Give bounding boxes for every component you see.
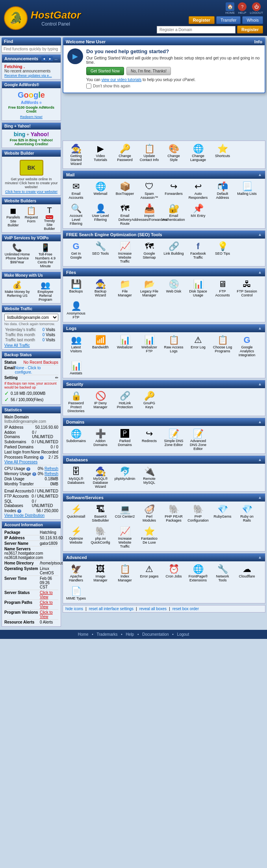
sidebar-item-request-form[interactable]: 📋 Request Form [23,206,40,231]
domain-register-button[interactable]: Register [237,26,263,33]
icon-ruby-rails[interactable]: 💎Ruby on Rails [235,503,258,524]
icon-hotlink[interactable]: 🔗HotLink Protection [113,390,136,414]
server-status-link[interactable]: Click to View [40,590,58,599]
logout-icon-area[interactable]: ⏻ LOGOUT [250,2,263,15]
icon-import-addresses[interactable]: 📥Import Addresses/Forwarders [138,202,161,227]
icon-webmail[interactable]: 🌐Webmail [89,180,112,201]
seo-arrow[interactable]: ▲ [258,232,262,237]
icon-phpmyadmin[interactable]: 🐬phpMyAdmin [113,465,136,490]
icon-increase-traffic[interactable]: 📈Increase Website Traffic [113,240,136,265]
icon-raw-access[interactable]: 📋Raw Access Logs [162,334,185,358]
icon-image-manager[interactable]: 🖼Image Manager [89,563,112,583]
footer-home[interactable]: Home [78,632,89,637]
cpu-refresh[interactable]: Refresh [44,466,58,471]
icon-forwarders[interactable]: ↪Forwarders [162,180,185,201]
icon-error-log[interactable]: ⚠Error Log [187,334,210,358]
icon-anonymous-ftp[interactable]: 👤Anonymous FTP [65,300,87,320]
icon-awstats[interactable]: 📊Awstats [65,360,87,376]
icon-password-protect[interactable]: 🔒Password Protect Directories [65,390,87,414]
backup-email-val[interactable]: None - Click to configure. [15,366,58,374]
icon-error-pages[interactable]: ⚠Error pages [138,563,161,583]
icon-video-tutorials[interactable]: ▶Video Tutorials [89,143,112,167]
icon-frontpage[interactable]: 🌐FrontPage® Extensions [187,563,210,583]
icon-cloudflare[interactable]: ☁Cloudflare [235,563,258,583]
icon-web-disk[interactable]: 💿Web Disk [162,278,185,298]
icon-basekit[interactable]: 🏗BaseKit SiteBuilder [89,503,112,524]
sidebar-item-trendy[interactable]: T New! Trendy Site Builder [41,206,58,231]
icon-mysql[interactable]: 🗄MySQL® Databases [65,465,87,490]
icon-cgi-center[interactable]: 💻CGI Center2 [113,503,136,524]
icon-advanced-dns[interactable]: 📝Advanced DNS Zone Editor [187,428,210,452]
footer-documentation[interactable]: Documentation [142,632,169,637]
play-button[interactable]: ▶ [67,48,83,64]
sidebar-item-parallels[interactable]: ◼ Parallels Site Builder [5,206,22,231]
icon-change-style[interactable]: 🎨Change Style [162,143,185,167]
icon-google-analytics[interactable]: GGoogle Analytics Integration [235,334,258,358]
icon-disk-space[interactable]: 📊Disk Space Usage [187,278,210,298]
icon-getting-started[interactable]: 🧙Getting Started Wizard [65,143,87,167]
icon-increase-website[interactable]: 📈Increase Website Traffic [113,525,136,550]
ann-prev[interactable]: ◄ [41,56,47,61]
receive-updates-link[interactable]: Receive these updates via e... [4,74,52,78]
help-icon-area[interactable]: ? HELP [238,2,247,15]
icon-webalizer[interactable]: 📊Webalizer [113,334,136,358]
icon-boxtrapper[interactable]: 📦BoxTrapper [113,180,136,201]
icon-ftp-accounts[interactable]: 🖥FTP Accounts [211,278,234,298]
security-arrow[interactable]: ▲ [258,382,262,387]
icon-apache-handlers[interactable]: 🦅Apache Handlers [65,563,87,583]
icon-change-password[interactable]: 🔑Change Password [113,143,136,167]
view-all-traffic-link[interactable]: View All Traffic [4,343,30,348]
icon-backup-wizard[interactable]: 🧙Backup Wizard [89,278,112,298]
icon-update-contact[interactable]: 📋Update Contact Info [138,143,161,167]
program-versions-link[interactable]: Click to View [40,610,58,619]
program-paths-link[interactable]: Click to View [40,600,58,609]
icon-gnupg[interactable]: 🔑GnuPG Keys [138,390,161,414]
whois-button[interactable]: Whois [242,16,263,24]
view-processes-link[interactable]: View All Processes [4,460,58,464]
domain-input[interactable] [157,26,235,33]
icon-remote-mysql[interactable]: 🔌Remote MySQL [138,465,161,490]
icon-user-filtering[interactable]: 👤User Level Filtering [89,202,112,227]
decline-button[interactable]: No, I'm fine. Thanks! [126,67,171,75]
files-arrow[interactable]: ▲ [258,270,262,275]
footer-help[interactable]: Help [126,632,134,637]
reset-box-order-link[interactable]: reset box order [172,607,199,611]
icon-network-tools[interactable]: 🔧Network Tools [211,563,234,583]
make-money-referral[interactable]: 💰 Make Money by Referring US [4,280,30,302]
icon-default-address[interactable]: 📬Default Address [211,180,234,201]
footer-logout[interactable]: Logout [177,632,189,637]
memory-refresh[interactable]: Refresh [44,472,58,476]
home-icon-area[interactable]: 🏠 HOME [225,2,235,15]
icon-quickinstall[interactable]: ⚡QuickInstall [65,503,87,524]
icon-mx-entry[interactable]: 📌MX Entry [187,202,210,227]
icon-mime-types[interactable]: 📄MIME Types [65,585,87,601]
ann-next[interactable]: ► [48,56,53,61]
icon-subdomains[interactable]: 🌐Subdomains [65,428,87,452]
icon-perl[interactable]: 🦪Perl Modules [138,503,161,524]
icon-latest-visitors[interactable]: 👥Latest Visitors [65,334,87,358]
icon-spam-assassin[interactable]: 🛡Spam Assassin™ [138,180,161,201]
mail-arrow[interactable]: ▲ [258,172,262,177]
icon-cron-jobs[interactable]: ⏰Cron Jobs [162,563,185,583]
icon-auto-responders[interactable]: ↩Auto Responders [187,180,210,201]
icon-google-sitemap[interactable]: 🗺Google Sitemap [138,240,161,265]
icon-optimize-website[interactable]: ⚡Optimize Website [65,525,87,550]
icon-php-pear[interactable]: 🐘PHP PEAR Packages [162,503,185,524]
create-website-link[interactable]: Click here to create your website! [5,190,57,194]
software-arrow[interactable]: ▲ [258,495,262,500]
icon-change-language[interactable]: 🌐Change Language [187,143,210,167]
icon-shortcuts[interactable]: ⭐Shortcuts [211,143,234,167]
icon-seo-tips[interactable]: 💡SEO Tips [211,240,234,265]
icon-addon-domains[interactable]: ➕Addon Domains [89,428,112,452]
icon-phpini[interactable]: 🐘php.ini QuickConfig [89,525,112,550]
icon-legacy-file-manager[interactable]: 📂Legacy File Manager [138,278,161,298]
icon-index-manager[interactable]: 📋Index Manager [113,563,136,583]
domains-arrow[interactable]: ▲ [258,420,262,424]
dont-show-checkbox[interactable] [86,83,91,89]
databases-arrow[interactable]: ▲ [258,457,262,462]
icon-bandwidth[interactable]: 📶Bandwidth [89,334,112,358]
logs-arrow[interactable]: ▲ [258,326,262,331]
icon-webalizer-ftp[interactable]: 📊Webalizer FTP [138,334,161,358]
reset-interface-link[interactable]: reset all interface settings [89,607,134,611]
google-redeem-link[interactable]: Redeem Now! [20,115,43,119]
